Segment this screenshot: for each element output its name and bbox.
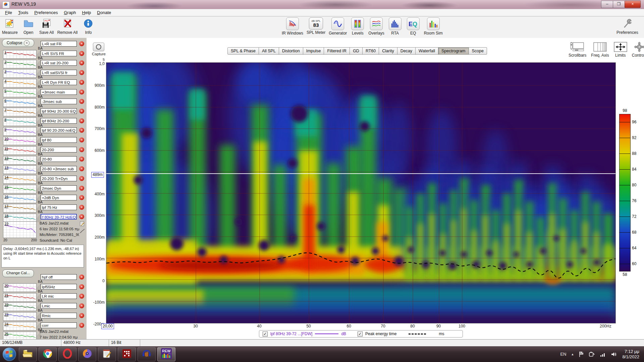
- trace-checkbox[interactable]: ✓: [263, 331, 268, 337]
- tab-all-spl[interactable]: All SPL: [259, 47, 279, 55]
- measurement-name-field[interactable]: 20-80: [41, 156, 77, 162]
- measurement-name-field[interactable]: lpf 80Hz 20-200: [41, 118, 77, 124]
- tab-rt60[interactable]: RT60: [363, 47, 379, 55]
- taskbar-app-opera[interactable]: [58, 347, 76, 361]
- measurement-name-field[interactable]: -3msec sub: [41, 99, 77, 104]
- tab-decay[interactable]: Decay: [397, 47, 416, 55]
- cal-icon[interactable]: [80, 229, 85, 234]
- measurement-name-field[interactable]: lpf 90 20-200 noEQ: [41, 127, 77, 133]
- measurement-row[interactable]: BAlpf 80Hz 20-200×9: [0, 118, 87, 128]
- taskbar-app-notepad[interactable]: [98, 347, 116, 361]
- measurement-name-field[interactable]: hpf off: [41, 274, 77, 280]
- measurement-row[interactable]: BAlpf55Hz×21: [0, 284, 87, 294]
- delete-measurement-icon[interactable]: ×: [79, 80, 84, 85]
- language-indicator[interactable]: EN: [560, 352, 566, 357]
- delete-measurement-icon[interactable]: ×: [79, 51, 84, 56]
- tab-gd[interactable]: GD: [350, 47, 363, 55]
- delete-measurement-icon[interactable]: ×: [79, 195, 84, 200]
- measurement-row[interactable]: BALmic×23: [0, 303, 87, 313]
- capture-button[interactable]: Capture: [92, 43, 106, 56]
- measurement-thumbnail[interactable]: 19: [3, 221, 37, 238]
- toolbar-button-spl-meter[interactable]: dB SPL83SPL Meter: [307, 17, 325, 36]
- tab-scope[interactable]: Scope: [469, 47, 487, 55]
- delete-measurement-icon[interactable]: ×: [79, 128, 84, 133]
- measurement-name-field[interactable]: L+R satSVSI fr: [41, 70, 77, 75]
- delete-measurement-icon[interactable]: ×: [79, 186, 84, 191]
- delete-measurement-icon[interactable]: ×: [79, 137, 84, 142]
- delete-measurement-icon[interactable]: ×: [79, 99, 84, 104]
- measurement-name-field[interactable]: L+R sat FR: [41, 41, 77, 47]
- measurement-name-field[interactable]: 20-200 Tr+Dyn: [41, 176, 77, 181]
- measurement-name-field[interactable]: lpf 75 Hz: [41, 204, 77, 210]
- clock[interactable]: 7:12 μμ 8/1/2022: [622, 349, 639, 360]
- toolbar-button-generator[interactable]: Generator: [329, 17, 347, 36]
- tab-waterfall[interactable]: Waterfall: [416, 47, 438, 55]
- measurement-name-field[interactable]: 2msec Dyn: [41, 185, 77, 191]
- delete-measurement-icon[interactable]: ×: [79, 294, 84, 299]
- tab-distortion[interactable]: Distortion: [279, 47, 303, 55]
- measurement-row[interactable]: BA20-80 +3msec sub×14: [0, 166, 87, 176]
- measurement-row[interactable]: BA20-80×13: [0, 156, 87, 166]
- measurement-row[interactable]: BAhpf off×20: [0, 274, 87, 284]
- measurement-name-field[interactable]: +3msec main: [41, 89, 77, 95]
- delete-measurement-icon[interactable]: ×: [79, 60, 84, 65]
- toolbar-button-ir-windows[interactable]: IR Windows: [282, 17, 303, 36]
- delete-measurement-icon[interactable]: ×: [79, 313, 84, 318]
- power-icon[interactable]: [589, 351, 595, 357]
- toolbar-button-preferences[interactable]: Preferences: [616, 17, 638, 35]
- measurement-name-field[interactable]: L+R SVS FR: [41, 51, 77, 56]
- menu-item-file[interactable]: File: [2, 9, 15, 16]
- measurement-row[interactable]: BA20-200 Tr+Dyn×15: [0, 176, 87, 185]
- measurement-row[interactable]: BA+2dB Dyn×17: [0, 195, 87, 204]
- taskbar-app-explorer[interactable]: [19, 347, 37, 361]
- volume-icon[interactable]: [611, 351, 618, 357]
- delete-measurement-icon[interactable]: ×: [79, 205, 84, 210]
- menu-item-donate[interactable]: Donate: [94, 9, 114, 16]
- tab-clarity[interactable]: Clarity: [379, 47, 397, 55]
- measurement-name-field[interactable]: 20-80 +3msec sub: [41, 166, 77, 172]
- measurement-row[interactable]: BAL+R sat FR×1: [0, 41, 87, 51]
- taskbar-app-rew[interactable]: REWV5.1: [157, 347, 175, 361]
- tab-filtered-ir[interactable]: Filtered IR: [324, 47, 350, 55]
- delete-measurement-icon[interactable]: ×: [79, 147, 84, 152]
- menu-item-tools[interactable]: Tools: [15, 9, 31, 16]
- measurement-row[interactable]: BA-3msec sub×7: [0, 99, 87, 108]
- graph-button-limits[interactable]: Limits: [614, 41, 627, 58]
- toolbar-button-info[interactable]: Info: [81, 17, 96, 35]
- taskbar-app-privacy-browser[interactable]: [78, 347, 96, 361]
- menu-item-graph[interactable]: Graph: [61, 9, 79, 16]
- delete-measurement-icon[interactable]: ×: [79, 70, 84, 75]
- toolbar-button-open[interactable]: Open: [21, 17, 36, 35]
- measurement-name-field[interactable]: Rmic: [41, 313, 77, 318]
- delete-measurement-icon[interactable]: ×: [79, 109, 84, 114]
- toolbar-button-overlays[interactable]: Overlays: [368, 17, 384, 36]
- measurement-name-field[interactable]: LR mic: [41, 293, 77, 299]
- notes-icon[interactable]: [80, 221, 85, 226]
- taskbar-app-audacity[interactable]: [138, 347, 156, 361]
- toolbar-button-eq[interactable]: EQEQ: [406, 17, 421, 36]
- measurement-row[interactable]: BAL+R Dyn FR EQ×5: [0, 79, 87, 89]
- toolbar-button-room-sim[interactable]: Room Sim: [424, 17, 443, 36]
- delete-measurement-icon[interactable]: ×: [79, 284, 84, 289]
- toolbar-button-measure[interactable]: Measure: [2, 17, 18, 35]
- taskbar-app-media-app[interactable]: [118, 347, 136, 361]
- menu-item-help[interactable]: Help: [79, 9, 94, 16]
- close-button[interactable]: ×: [625, 1, 641, 8]
- measurement-name-field[interactable]: Lmic: [41, 303, 77, 309]
- tray-expand-icon[interactable]: ▲: [571, 353, 574, 356]
- delete-measurement-icon[interactable]: ×: [79, 303, 84, 308]
- measurement-row[interactable]: BAlpf 80×11: [0, 137, 87, 147]
- maximize-button[interactable]: ❐: [613, 1, 625, 8]
- toolbar-button-levels[interactable]: Levels: [350, 17, 365, 36]
- peak-checkbox[interactable]: ✓: [358, 331, 363, 337]
- measurement-name-field[interactable]: corr: [41, 322, 77, 328]
- measurement-row[interactable]: BALR mic×22: [0, 293, 87, 303]
- delete-measurement-icon[interactable]: ×: [79, 275, 84, 280]
- measurement-row[interactable]: BA2msec Dyn×16: [0, 185, 87, 195]
- delete-measurement-icon[interactable]: ×: [79, 214, 84, 219]
- minimize-button[interactable]: –: [601, 1, 613, 8]
- measurement-name-field[interactable]: lpf 80: [41, 137, 77, 143]
- menu-item-preferences[interactable]: Preferences: [31, 9, 61, 16]
- measurement-name-field[interactable]: L+R sat 20-200: [41, 60, 77, 66]
- delete-measurement-icon[interactable]: ×: [79, 41, 84, 46]
